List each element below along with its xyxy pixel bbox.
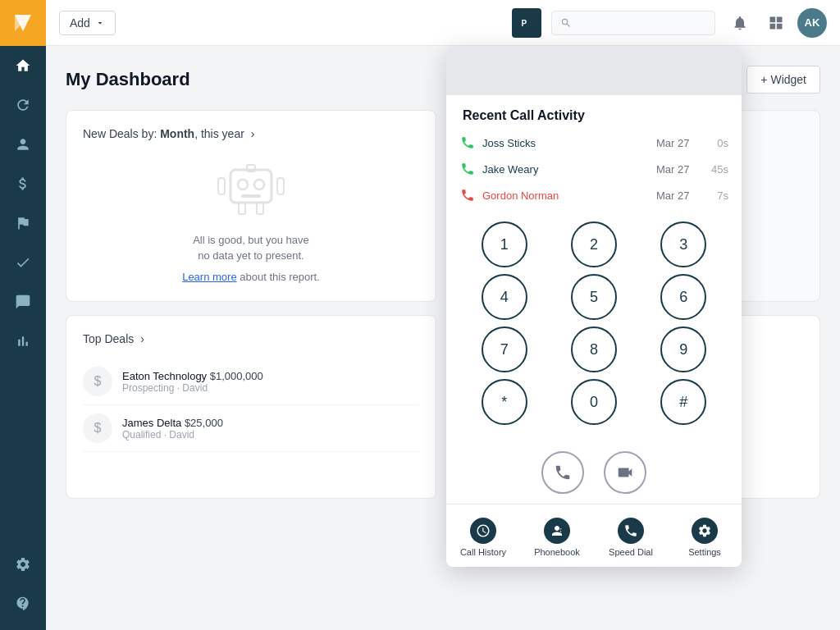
deal-row: $ Eaton Technology $1,000,000 Prospectin… [83, 358, 419, 405]
sidebar-item-refresh[interactable] [0, 85, 46, 125]
call-icon-answered-2 [459, 161, 476, 177]
phone-settings-label: Settings [688, 547, 721, 557]
avatar[interactable]: AK [797, 8, 827, 38]
call-row: Joss Sticks Mar 27 0s [459, 130, 728, 156]
deal-info: James Delta $25,000 Qualified · David [122, 417, 419, 441]
dial-btn-5[interactable]: 5 [571, 274, 617, 320]
grid-button[interactable] [761, 8, 791, 38]
add-widget-button[interactable]: + Widget [746, 66, 820, 94]
dialpad: 1 2 3 4 5 6 7 8 9 * 0 # [446, 208, 742, 438]
empty-line2: no data yet to present. [182, 248, 320, 264]
phone-nav-settings[interactable]: Settings [668, 511, 742, 564]
call-history-label: Call History [460, 547, 506, 557]
dial-btn-2[interactable]: 2 [571, 221, 617, 267]
sidebar-item-messages[interactable] [0, 282, 46, 322]
call-icon-missed [459, 187, 476, 203]
speed-dial-icon [618, 518, 644, 544]
dial-btn-6[interactable]: 6 [660, 274, 706, 320]
svg-text:P: P [522, 19, 527, 28]
phone-popup: Recent Call Activity Joss Sticks Mar 27 … [446, 46, 742, 567]
phone-nav-phonebook[interactable]: Phonebook [520, 511, 594, 564]
svg-rect-11 [239, 203, 245, 214]
recent-calls: Joss Sticks Mar 27 0s Jake Weary Mar 27 … [446, 130, 742, 208]
learn-more-link[interactable]: Learn more [182, 271, 236, 283]
phone-actions [446, 438, 742, 504]
deal-meta: Qualified · David [122, 429, 419, 441]
call-duration: 45s [704, 163, 728, 176]
robot-illustration [210, 153, 292, 219]
sidebar-item-deals[interactable] [0, 164, 46, 203]
top-deals-label: Top Deals [83, 332, 134, 345]
call-history-icon [470, 518, 496, 544]
deals-list: $ Eaton Technology $1,000,000 Prospectin… [83, 358, 419, 452]
sidebar-item-campaigns[interactable] [0, 203, 46, 243]
sidebar-item-reports[interactable] [0, 322, 46, 361]
call-name: Jake Weary [482, 163, 650, 176]
dial-btn-1[interactable]: 1 [482, 221, 527, 267]
call-name: Joss Sticks [482, 137, 650, 149]
search-icon [560, 16, 572, 30]
dial-btn-star[interactable]: * [482, 379, 527, 425]
new-deals-chevron[interactable]: › [251, 127, 255, 140]
add-button[interactable]: Add [59, 11, 116, 35]
sidebar-bottom [0, 545, 46, 630]
new-deals-widget: New Deals by: Month, this year › [66, 110, 436, 302]
svg-point-5 [238, 180, 248, 189]
call-date: Mar 27 [656, 137, 697, 149]
deal-row: $ James Delta $25,000 Qualified · David [83, 405, 419, 452]
top-deals-chevron[interactable]: › [140, 332, 144, 345]
call-icon-answered [459, 135, 476, 151]
call-row: Jake Weary Mar 27 45s [459, 156, 728, 182]
new-deals-title-filter: by: Month, this year [142, 127, 244, 140]
phone-bottom-nav: Call History Phonebook Speed Dial Settin… [446, 504, 742, 567]
sidebar-item-settings[interactable] [0, 545, 46, 584]
dial-btn-7[interactable]: 7 [482, 326, 527, 372]
search-input[interactable] [578, 16, 706, 30]
call-name-missed: Gordon Norman [482, 189, 650, 202]
call-date: Mar 27 [656, 163, 697, 176]
svg-point-6 [254, 180, 264, 189]
dial-btn-hash[interactable]: # [660, 379, 706, 425]
new-deals-empty: All is good, but you have no data yet to… [83, 153, 419, 285]
call-row-missed: Gordon Norman Mar 27 7s [459, 182, 728, 208]
sidebar [0, 0, 46, 630]
deal-info: Eaton Technology $1,000,000 Prospecting … [122, 370, 419, 394]
dial-btn-3[interactable]: 3 [660, 221, 706, 267]
phone-nav-call-history[interactable]: Call History [446, 511, 520, 564]
phone-settings-icon [692, 518, 718, 544]
new-deals-empty-text: All is good, but you have no data yet to… [182, 232, 320, 285]
svg-rect-12 [257, 203, 263, 214]
chevron-down-icon [95, 18, 105, 28]
learn-more-text: Learn more about this report. [182, 269, 320, 285]
topbar: Add P AK [46, 0, 840, 46]
deal-name: Eaton Technology $1,000,000 [122, 370, 419, 382]
phone-nav-speed-dial[interactable]: Speed Dial [594, 511, 668, 564]
notifications-button[interactable] [725, 8, 755, 38]
deal-icon: $ [83, 367, 112, 396]
phonebook-icon [544, 518, 570, 544]
topbar-icons: AK [725, 8, 827, 38]
sidebar-logo[interactable] [0, 0, 46, 46]
svg-rect-9 [218, 178, 225, 194]
dial-btn-4[interactable]: 4 [482, 274, 527, 320]
about-text: about this report. [240, 271, 320, 283]
dial-btn-0[interactable]: 0 [571, 379, 617, 425]
deal-icon: $ [83, 413, 112, 443]
empty-line1: All is good, but you have [182, 232, 320, 249]
phone-popup-title: Recent Call Activity [446, 95, 742, 130]
call-button[interactable] [541, 451, 584, 494]
call-date: Mar 27 [656, 189, 697, 202]
search-bar[interactable] [551, 11, 715, 35]
deal-meta: Prospecting · David [122, 382, 419, 394]
sidebar-item-tasks[interactable] [0, 243, 46, 282]
new-deals-title: New Deals by: Month, this year › [83, 127, 419, 140]
dial-btn-9[interactable]: 9 [660, 326, 706, 372]
top-deals-widget: Top Deals › $ Eaton Technology $1,000,00… [66, 315, 436, 499]
add-label: Add [70, 16, 90, 30]
dial-btn-8[interactable]: 8 [571, 326, 617, 372]
sidebar-item-home[interactable] [0, 46, 46, 85]
sidebar-item-contacts[interactable] [0, 125, 46, 164]
video-button[interactable] [604, 451, 646, 494]
sidebar-item-support[interactable] [0, 584, 46, 623]
add-widget-label: + Widget [760, 73, 806, 86]
